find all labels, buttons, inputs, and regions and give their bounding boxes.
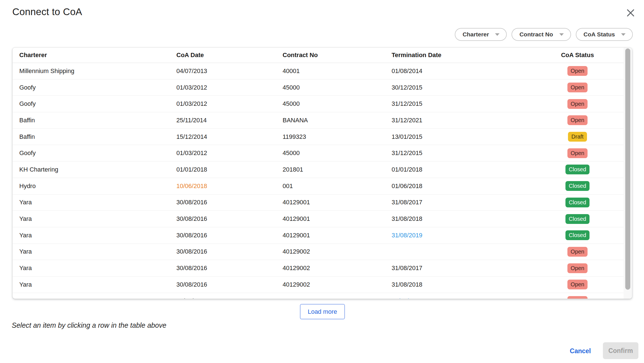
filter-contract-no-dropdown[interactable]: Contract No [512,28,571,41]
cell-contract-no: BANANA [283,112,392,129]
scrollbar-track[interactable] [624,48,632,299]
column-header-charterer: Charterer [13,48,176,63]
cell-coa-status: Closed [531,211,624,227]
cell-contract-no: 201801 [283,161,392,178]
table-row[interactable]: KH Chartering01/01/201820180101/01/2018C… [13,161,624,178]
status-badge: Open [567,66,588,76]
cell-coa-date: 04/07/2013 [176,63,283,79]
filter-coa-status-dropdown[interactable]: CoA Status [576,28,633,41]
cell-termination-date: 31/08/2018 [392,276,531,293]
cell-coa-date: 25/11/2014 [176,112,283,129]
coa-table-body: Millennium Shipping04/07/20134000101/08/… [13,63,624,299]
table-row[interactable]: Yara30/08/20164012900131/08/2017Closed [13,194,624,211]
cell-coa-date: 30/08/2016 [176,260,283,277]
cell-coa-date: 01/03/2012 [176,79,283,96]
load-more-button[interactable]: Load more [300,304,345,319]
cell-contract-no: 40129002 [283,260,392,277]
cell-coa-status: Open [531,112,624,129]
cell-coa-status: Open [531,276,624,293]
table-row[interactable]: Yara30/08/201640129002Open [13,243,624,260]
cell-charterer: Hydro [13,178,176,194]
cell-termination-date: 13/01/2015 [392,128,531,145]
cell-coa-date: 30/08/2016 [176,293,283,299]
cell-termination-date: 31/08/2018 [392,211,531,227]
cell-coa-date: 01/03/2012 [176,96,283,112]
column-header-termination-date: Termination Date [392,48,531,63]
coa-table-container: Charterer CoA Date Contract No Terminati… [12,47,632,299]
cell-charterer: Yara [13,276,176,293]
table-row[interactable]: Goofy01/03/20124500031/12/2015Open [13,145,624,161]
status-badge: Closed [565,181,589,191]
table-row[interactable]: Yara30/08/20164012900231/08/2018Open [13,276,624,293]
cell-coa-status: Open [531,243,624,260]
column-header-coa-date: CoA Date [176,48,283,63]
table-row[interactable]: Hydro10/06/201800101/06/2018Closed [13,178,624,194]
filter-charterer-dropdown[interactable]: Charterer [455,28,507,41]
cell-charterer: Yara [13,243,176,260]
close-button[interactable] [624,7,637,19]
cell-coa-status: Closed [531,161,624,178]
cell-termination-date[interactable]: 31/08/2019 [392,227,531,243]
cell-contract-no: 45000 [283,96,392,112]
cell-coa-status: Closed [531,178,624,194]
table-row[interactable]: Yara30/08/20164012900231/08/2019Open [13,293,624,299]
cell-charterer: Millennium Shipping [13,63,176,79]
cell-coa-status: Open [531,293,624,299]
cell-termination-date: 01/08/2014 [392,63,531,79]
cell-charterer: Yara [13,293,176,299]
filter-charterer-label: Charterer [463,31,489,38]
cell-contract-no: 45000 [283,145,392,161]
cell-charterer: Baffin [13,128,176,145]
status-badge: Open [567,99,588,109]
cell-coa-date: 01/03/2012 [176,145,283,161]
table-row[interactable]: Yara30/08/20164012900131/08/2019Closed [13,227,624,243]
table-row[interactable]: Millennium Shipping04/07/20134000101/08/… [13,63,624,79]
filter-contract-no-label: Contract No [519,31,553,38]
table-row[interactable]: Goofy01/03/20124500031/12/2015Open [13,96,624,112]
cell-termination-date: 01/06/2018 [392,178,531,194]
table-row[interactable]: Yara30/08/20164012900131/08/2018Closed [13,211,624,227]
cell-coa-date: 30/08/2016 [176,227,283,243]
cell-charterer: KH Chartering [13,161,176,178]
cell-charterer: Yara [13,211,176,227]
cell-coa-date: 30/08/2016 [176,276,283,293]
confirm-button[interactable]: Confirm [603,342,638,359]
cell-coa-date: 01/01/2018 [176,161,283,178]
cell-contract-no: 40129001 [283,227,392,243]
column-header-contract-no: Contract No [283,48,392,63]
status-badge: Open [567,263,588,273]
cell-contract-no: 40129001 [283,211,392,227]
chevron-down-icon [621,33,626,36]
cell-coa-status: Open [531,145,624,161]
column-header-coa-status: CoA Status [531,48,624,63]
cell-charterer: Goofy [13,96,176,112]
cell-coa-date: 30/08/2016 [176,211,283,227]
table-row[interactable]: Baffin15/12/2014119932313/01/2015Draft [13,128,624,145]
cell-coa-status: Open [531,79,624,96]
cell-coa-date: 30/08/2016 [176,243,283,260]
status-badge: Closed [565,214,589,224]
cell-termination-date: 01/01/2018 [392,161,531,178]
status-badge: Closed [565,198,589,207]
cell-termination-date[interactable]: 31/08/2019 [392,293,531,299]
cell-charterer: Yara [13,194,176,211]
cell-coa-date: 10/06/2018 [176,178,283,194]
cell-charterer: Yara [13,227,176,243]
table-row[interactable]: Yara30/08/20164012900231/08/2017Open [13,260,624,277]
status-badge: Open [567,148,588,158]
cell-termination-date [392,243,531,260]
cell-termination-date: 31/12/2021 [392,112,531,129]
cell-charterer: Baffin [13,112,176,129]
cell-coa-status: Open [531,260,624,277]
cell-contract-no: 40129001 [283,194,392,211]
table-header-row: Charterer CoA Date Contract No Terminati… [13,48,624,63]
status-badge: Open [567,83,588,92]
scrollbar-thumb[interactable] [625,48,630,290]
table-row[interactable]: Goofy01/03/20124500030/12/2015Open [13,79,624,96]
table-row[interactable]: Baffin25/11/2014BANANA31/12/2021Open [13,112,624,129]
cell-contract-no: 40001 [283,63,392,79]
status-badge: Closed [565,230,589,240]
cell-coa-status: Open [531,96,624,112]
cancel-button[interactable]: Cancel [568,344,593,358]
cell-charterer: Yara [13,260,176,277]
